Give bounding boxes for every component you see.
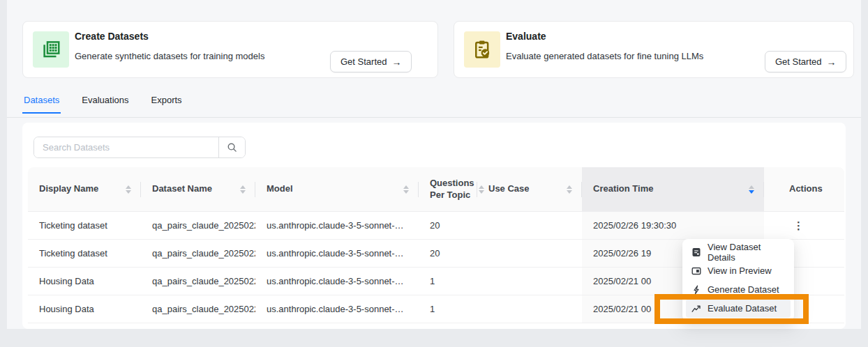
cell-questions-per-topic: 20 bbox=[419, 240, 477, 267]
preview-icon bbox=[691, 266, 701, 276]
cell-model: us.anthropic.claude-3-5-sonnet-… bbox=[255, 268, 419, 295]
lightning-icon bbox=[691, 285, 701, 295]
menu-item-view-dataset-details[interactable]: View Dataset Details bbox=[686, 242, 791, 261]
create-datasets-description: Generate synthetic datasets for training… bbox=[75, 51, 264, 61]
column-header-creation-time[interactable]: Creation Time bbox=[582, 167, 764, 211]
cell-dataset-name: qa_pairs_claude_20250226T19… bbox=[141, 212, 255, 239]
cell-use-case bbox=[477, 268, 582, 295]
table-header: Display Name Dataset Name Model Question… bbox=[28, 167, 844, 212]
arrow-right-icon: → bbox=[826, 56, 836, 68]
sort-icon bbox=[567, 185, 572, 194]
cell-creation-time: 2025/02/26 19:30:30 bbox=[582, 212, 764, 239]
column-header-dataset-name[interactable]: Dataset Name bbox=[141, 167, 255, 211]
cell-model: us.anthropic.claude-3-5-sonnet-… bbox=[255, 212, 419, 239]
create-datasets-card: Create Datasets Generate synthetic datas… bbox=[22, 21, 438, 78]
tab-evaluations[interactable]: Evaluations bbox=[80, 91, 130, 114]
column-header-use-case[interactable]: Use Case bbox=[477, 167, 582, 211]
dataset-grid-icon bbox=[33, 31, 69, 68]
cell-use-case bbox=[477, 240, 582, 267]
search-box bbox=[33, 137, 246, 158]
evaluate-get-started-button[interactable]: Get Started → bbox=[765, 51, 846, 72]
column-header-model[interactable]: Model bbox=[255, 167, 419, 211]
chart-trend-icon bbox=[691, 304, 701, 314]
table-row[interactable]: Ticketing dataset qa_pairs_claude_202502… bbox=[28, 212, 844, 240]
cell-use-case bbox=[477, 295, 582, 323]
cell-display-name: Ticketing dataset bbox=[28, 212, 141, 239]
cell-dataset-name: qa_pairs_claude_20250221T00… bbox=[141, 268, 255, 295]
cell-questions-per-topic: 1 bbox=[419, 268, 477, 295]
column-header-actions: Actions bbox=[764, 167, 844, 211]
search-icon bbox=[227, 142, 237, 153]
menu-item-view-in-preview[interactable]: View in Preview bbox=[686, 261, 791, 280]
sort-descending-icon bbox=[749, 185, 754, 194]
evaluate-title: Evaluate bbox=[506, 31, 546, 42]
create-datasets-title: Create Datasets bbox=[75, 31, 149, 42]
column-header-display-name[interactable]: Display Name bbox=[28, 167, 141, 211]
cell-display-name: Housing Data bbox=[28, 268, 141, 295]
search-button[interactable] bbox=[218, 137, 245, 157]
cell-questions-per-topic: 1 bbox=[419, 295, 477, 323]
search-input[interactable] bbox=[34, 137, 218, 157]
cell-actions: ⋮ bbox=[764, 212, 844, 239]
column-header-questions-per-topic[interactable]: Questions Per Topic bbox=[419, 167, 477, 211]
create-datasets-get-started-button[interactable]: Get Started → bbox=[330, 51, 412, 72]
sort-icon bbox=[126, 185, 131, 194]
tab-exports[interactable]: Exports bbox=[150, 91, 184, 114]
evaluate-description: Evaluate generated datasets for fine tun… bbox=[506, 51, 703, 61]
cell-model: us.anthropic.claude-3-5-sonnet-… bbox=[255, 240, 419, 267]
cell-dataset-name: qa_pairs_claude_20250226T19… bbox=[141, 240, 255, 267]
clipboard-check-icon bbox=[464, 31, 500, 68]
cell-display-name: Ticketing dataset bbox=[28, 240, 141, 267]
cell-display-name: Housing Data bbox=[28, 295, 141, 323]
menu-item-evaluate-dataset[interactable]: Evaluate Dataset bbox=[686, 299, 791, 318]
cell-use-case bbox=[477, 212, 582, 239]
evaluate-card: Evaluate Evaluate generated datasets for… bbox=[454, 21, 854, 78]
arrow-right-icon: → bbox=[391, 56, 401, 68]
cell-questions-per-topic: 20 bbox=[419, 212, 477, 239]
app-page: Create Datasets Generate synthetic datas… bbox=[7, 0, 861, 329]
menu-item-generate-dataset[interactable]: Generate Dataset bbox=[686, 280, 791, 299]
cell-model: us.anthropic.claude-3-5-sonnet-… bbox=[255, 295, 419, 323]
sort-icon bbox=[240, 185, 246, 194]
sort-icon bbox=[403, 185, 409, 194]
actions-dropdown-menu: View Dataset Details View in Preview Gen… bbox=[682, 239, 794, 321]
tab-bar: Datasets Evaluations Exports bbox=[7, 91, 861, 118]
kebab-menu-icon[interactable]: ⋮ bbox=[789, 217, 808, 233]
document-details-icon bbox=[691, 247, 701, 257]
tab-datasets[interactable]: Datasets bbox=[22, 91, 61, 114]
cell-dataset-name: qa_pairs_claude_20250221T00… bbox=[141, 295, 255, 323]
